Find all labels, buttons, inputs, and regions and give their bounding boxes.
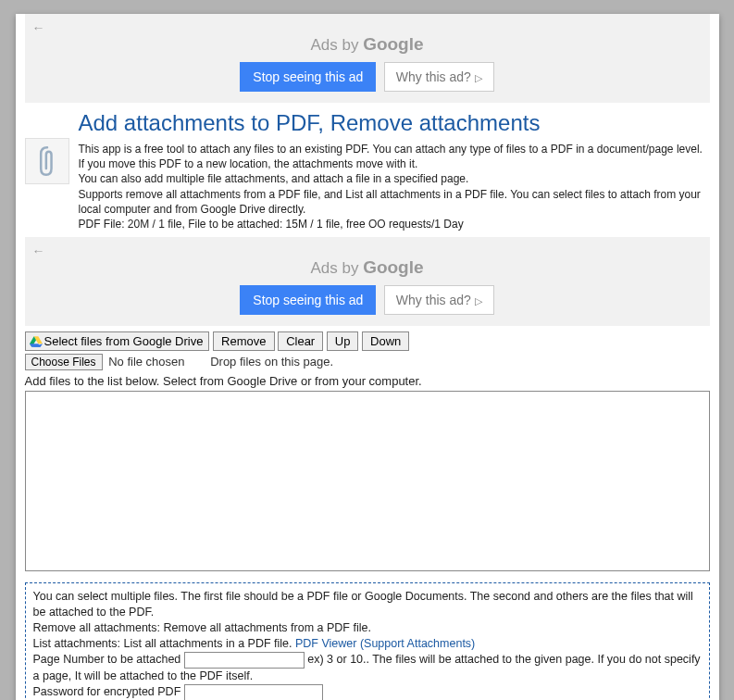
- desc-line-2: You can also add multiple file attachmen…: [79, 172, 469, 185]
- down-button[interactable]: Down: [362, 331, 409, 351]
- desc-line-4: PDF File: 20M / 1 file, File to be attac…: [79, 218, 464, 231]
- desc-line-3: Supports remove all attachments from a P…: [79, 188, 701, 216]
- file-toolbar: Select files from Google Drive Remove Cl…: [25, 331, 710, 351]
- remove-button[interactable]: Remove: [213, 331, 274, 351]
- ad-attribution: Ads by Google: [32, 34, 703, 55]
- file-listbox[interactable]: [25, 391, 710, 571]
- adchoices-icon: ▷: [475, 295, 482, 306]
- up-button[interactable]: Up: [327, 331, 359, 351]
- ad-back-icon[interactable]: ←: [32, 244, 703, 257]
- adchoices-icon: ▷: [475, 72, 482, 83]
- no-file-text: No file chosen: [108, 355, 184, 369]
- password-input[interactable]: [184, 684, 323, 701]
- choose-files-button[interactable]: Choose Files: [25, 354, 103, 370]
- gdrive-icon: [30, 336, 43, 347]
- google-logo-text: Google: [363, 34, 423, 54]
- ad-block-top: ← Ads by Google Stop seeing this ad Why …: [25, 14, 710, 103]
- help-line-2: Remove all attachments: Remove all attac…: [33, 620, 702, 636]
- pdf-viewer-link[interactable]: PDF Viewer (Support Attachments): [295, 637, 475, 650]
- page-number-label: Page Number to be attached: [33, 653, 184, 666]
- google-logo-text: Google: [363, 257, 423, 277]
- ads-by-text: Ads by: [310, 259, 363, 277]
- header-row: Add attachments to PDF, Remove attachmen…: [25, 108, 710, 231]
- password-row: Password for encrypted PDF: [33, 684, 702, 701]
- ad-attribution: Ads by Google: [32, 257, 703, 278]
- password-label: Password for encrypted PDF: [33, 685, 184, 698]
- paperclip-icon: [34, 145, 60, 177]
- drop-hint: Drop files on this page.: [210, 355, 333, 369]
- page-number-input[interactable]: [184, 652, 305, 669]
- list-instruction: Add files to the list below. Select from…: [25, 374, 710, 388]
- page-number-row: Page Number to be attached ex) 3 or 10..…: [33, 652, 702, 684]
- stop-ad-button[interactable]: Stop seeing this ad: [240, 62, 376, 92]
- ads-by-text: Ads by: [310, 36, 363, 54]
- why-ad-button[interactable]: Why this ad? ▷: [384, 62, 494, 92]
- help-line-3: List attachments: List all attachments i…: [33, 636, 702, 652]
- help-line-1: You can select multiple files. The first…: [33, 589, 702, 620]
- svg-marker-3: [30, 344, 41, 347]
- app-icon-box: [25, 138, 69, 184]
- why-ad-button[interactable]: Why this ad? ▷: [384, 285, 494, 315]
- desc-line-1: This app is a free tool to attach any fi…: [79, 143, 703, 170]
- ad-block-middle: ← Ads by Google Stop seeing this ad Why …: [25, 237, 710, 326]
- file-chooser-row: Choose Files No file chosen Drop files o…: [25, 354, 710, 370]
- stop-ad-button[interactable]: Stop seeing this ad: [240, 285, 376, 315]
- page-title: Add attachments to PDF, Remove attachmen…: [79, 110, 710, 136]
- clear-button[interactable]: Clear: [278, 331, 323, 351]
- ad-back-icon[interactable]: ←: [32, 21, 703, 34]
- header-text: Add attachments to PDF, Remove attachmen…: [79, 108, 710, 231]
- select-gdrive-button[interactable]: Select files from Google Drive: [25, 331, 210, 351]
- description: This app is a free tool to attach any fi…: [79, 142, 710, 231]
- help-box: You can select multiple files. The first…: [25, 582, 710, 700]
- page-container: ← Ads by Google Stop seeing this ad Why …: [16, 14, 719, 700]
